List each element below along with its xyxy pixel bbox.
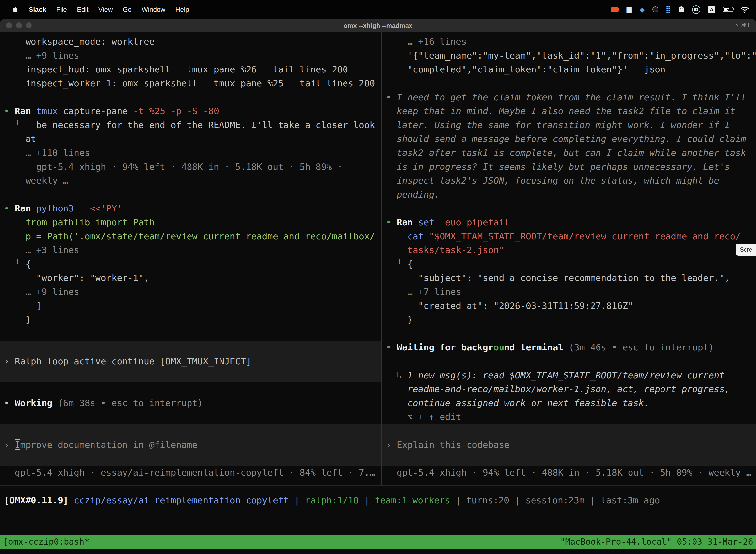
terminal-line: … +9 lines	[0, 49, 381, 63]
text-segment: cczip/essay/ai-reimplementation-copyleft	[74, 495, 289, 505]
terminal-line: '{"team_name":"my-team","task_id":"1","f…	[382, 49, 756, 63]
tmux-status-bar: [omx-cczip0:bash* "MacBook-Pro-44.local"…	[0, 535, 756, 549]
text-segment: "created_at": "2026-03-31T11:59:27.816Z"	[386, 300, 633, 311]
text-segment: inspect_worker-1: omx sparkshell --tmux-…	[4, 78, 375, 88]
window-shortcut-badge: ⌥⌘1	[734, 22, 750, 29]
text-segment: inspect_hud: omx sparkshell --tmux-pane …	[4, 64, 348, 74]
text-segment	[68, 495, 74, 505]
terminal-line: inspect_hud: omx sparkshell --tmux-pane …	[0, 63, 381, 76]
text-segment: - <<'PY'	[74, 203, 122, 214]
text-segment: python3	[36, 203, 74, 214]
text-segment: weekly …	[4, 175, 68, 186]
battery-tip	[733, 8, 734, 10]
terminal-line	[0, 90, 381, 104]
terminal-line: at	[0, 132, 381, 146]
text-segment: 1 new msg(s): read $OMX_TEAM_STATE_ROOT/…	[407, 370, 730, 380]
text-segment: [OMX#0.11.9]	[4, 495, 68, 505]
terminal-line: continue assigned work or next feasible …	[382, 396, 756, 410]
text-segment: … +110 lines	[4, 148, 90, 158]
text-segment: "worker": "worker-1",	[4, 273, 149, 283]
traffic-light-zoom[interactable]	[26, 22, 32, 28]
terminal-line: readme-and-reco/mailbox/worker-1.json, a…	[382, 382, 756, 396]
text-segment: ]	[4, 300, 42, 311]
input-source-icon[interactable]: A	[708, 6, 715, 13]
text-segment: … +16 lines	[386, 36, 466, 47]
text-segment: |	[289, 495, 305, 505]
text-segment: •	[386, 92, 397, 102]
terminal-line: • Ran tmux capture-pane -t %25 -p -S -80	[0, 104, 381, 118]
text-segment: Explain this codebase	[397, 439, 509, 450]
window-title-bar[interactable]: omx --xhigh --madmax ⌥⌘1	[0, 19, 756, 32]
text-segment: gpt-5.4 xhigh · 94% left · 488K in · 5.1…	[386, 467, 752, 478]
text-segment: (6m 38s • esc to interrupt)	[52, 398, 203, 408]
terminal-line: • I need to get the claim token from the…	[382, 90, 756, 104]
composer-input[interactable]: › Improve documentation in @filename	[0, 424, 381, 466]
grid-icon[interactable]: ▦	[626, 6, 632, 13]
terminal-line: workspace_mode: worktree	[0, 35, 381, 49]
terminal-line: cat "$OMX_TEAM_STATE_ROOT/team/review-cu…	[382, 229, 756, 243]
terminal-line: inspect task2's JSON, focusing on the st…	[382, 174, 756, 188]
text-segment: last:3m ago	[601, 495, 660, 505]
terminal-line: … +110 lines	[0, 146, 381, 160]
menu-item-view[interactable]: View	[93, 6, 118, 13]
composer-input[interactable]: › Explain this codebase	[382, 424, 756, 466]
screen-recording-icon[interactable]	[611, 7, 618, 12]
terminal-line: … +16 lines	[382, 35, 756, 49]
text-segment: I	[15, 439, 20, 450]
battery-percent-badge[interactable]: 61	[692, 5, 700, 14]
terminal-content: workspace_mode: worktree … +9 lines insp…	[0, 32, 756, 554]
tmux-host-time: "MacBook-Pro-44.local" 05:03 31-Mar-26	[560, 535, 753, 549]
terminal-line: p = Path('.omx/state/team/review-current…	[0, 229, 381, 243]
spark-icon[interactable]: ◆	[640, 6, 645, 13]
terminal-line	[0, 327, 381, 340]
apple-menu-icon[interactable]	[7, 5, 24, 13]
menu-item-edit[interactable]: Edit	[72, 6, 93, 13]
menu-bar: Slack FileEditViewGoWindowHelp ▦ ◆ ⣿ 61 …	[0, 0, 756, 19]
terminal-line	[0, 188, 381, 202]
text-segment: ou	[494, 342, 504, 352]
text-segment: later. Using the same for transition mig…	[386, 120, 730, 130]
text-segment: └	[386, 259, 407, 269]
text-segment: Waiting for backgr	[397, 342, 493, 352]
terminal-line: from pathlib import Path	[0, 215, 381, 229]
terminal-line: tasks/task-2.json"	[382, 243, 756, 257]
screen-tooltip: Scre	[736, 244, 756, 256]
left-pane: workspace_mode: worktree … +9 lines insp…	[0, 32, 381, 486]
dots-grid-icon[interactable]: ⣿	[666, 6, 671, 13]
input-text: › Ralph loop active continue [OMX_TMUX_I…	[0, 354, 381, 368]
terminal-line: gpt-5.4 xhigh · 94% left · 488K in · 5.1…	[0, 160, 381, 174]
menu-item-file[interactable]: File	[51, 6, 72, 13]
text-segment: •	[4, 106, 15, 116]
text-segment: inspect task2's JSON, focusing on the st…	[386, 175, 719, 186]
text-segment: should send a message before completing …	[386, 133, 746, 144]
tmux-session-label: [omx-cczip0:bash*	[3, 535, 89, 549]
traffic-light-minimize[interactable]	[16, 22, 22, 28]
text-segment: mprove documentation in @filename	[20, 439, 197, 450]
dark-circle-icon[interactable]	[652, 6, 658, 12]
text-segment: pending.	[386, 189, 440, 200]
wifi-icon[interactable]	[741, 6, 749, 13]
traffic-light-close[interactable]	[6, 22, 12, 28]
menu-items: FileEditViewGoWindowHelp	[51, 6, 194, 13]
text-segment: session:23m	[525, 495, 584, 505]
text-segment: nd terminal	[504, 342, 563, 352]
traffic-lights	[0, 22, 32, 28]
text-segment: keep that in mind. Maybe I also need the…	[386, 106, 736, 116]
text-segment: I need to get the claim token from the c…	[397, 92, 746, 102]
menu-item-go[interactable]: Go	[118, 6, 137, 13]
text-segment: •	[386, 217, 397, 227]
app-menu-title[interactable]: Slack	[24, 6, 51, 13]
text-segment: ›	[4, 439, 15, 450]
terminal-line: keep that in mind. Maybe I also need the…	[382, 104, 756, 118]
text-segment: … +7 lines	[386, 286, 461, 297]
menu-item-help[interactable]: Help	[170, 6, 194, 13]
ghost-icon[interactable]	[678, 6, 685, 13]
text-segment: "subject": "send a concise recommendatio…	[386, 273, 730, 283]
text-segment: ↳	[386, 370, 407, 380]
text-segment: {	[25, 259, 31, 269]
text-segment: Working	[15, 398, 52, 408]
menu-item-window[interactable]: Window	[137, 6, 170, 13]
text-segment: … +9 lines	[4, 286, 79, 297]
battery-icon[interactable]	[723, 7, 733, 12]
text-segment: tmux	[36, 106, 58, 116]
